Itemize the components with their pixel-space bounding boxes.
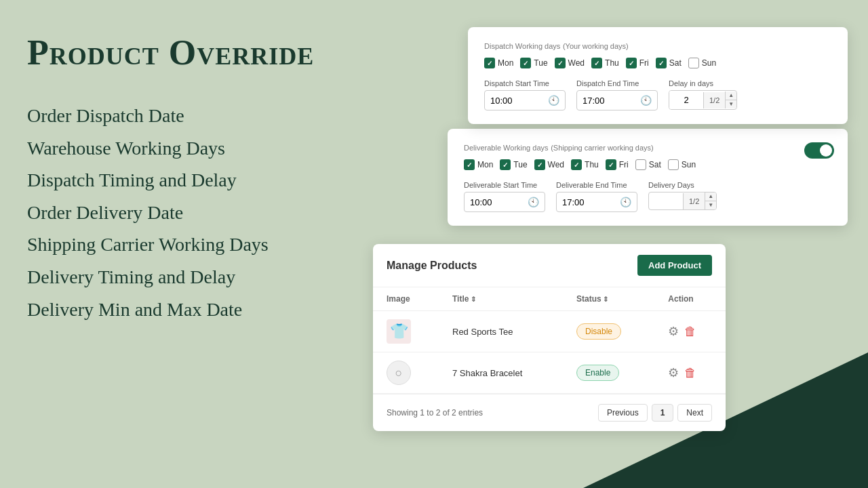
table-row: ○ 7 Shakra Bracelet Enable ⚙ 🗑 — [373, 352, 726, 394]
previous-button[interactable]: Previous — [598, 404, 648, 422]
dispatch-checkbox-wed[interactable]: ✓ — [555, 58, 566, 68]
deliverable-day-thu-label: Thu — [585, 160, 599, 169]
bracelet-icon: ○ — [395, 366, 403, 380]
dispatch-card: Dispatch Working days (Your working days… — [468, 27, 848, 124]
next-button[interactable]: Next — [677, 404, 712, 422]
col-status[interactable]: Status — [563, 287, 654, 311]
deliverable-day-wed-label: Wed — [548, 160, 564, 169]
dispatch-delay-fraction: 1/2 — [703, 92, 725, 108]
dispatch-checkbox-fri[interactable]: ✓ — [626, 58, 637, 68]
dispatch-checkbox-tue[interactable]: ✓ — [520, 58, 531, 68]
delay-up-arrow[interactable]: ▲ — [726, 92, 736, 100]
table-header-row: Image Title Status Action — [373, 287, 726, 311]
deliverable-start-time-field: Deliverable Start Time 10:00 🕙 — [464, 181, 545, 212]
dispatch-checkbox-thu[interactable]: ✓ — [591, 58, 602, 68]
product-status-badge-2[interactable]: Enable — [576, 365, 619, 381]
feature-list: Order Dispatch Date Warehouse Working Da… — [27, 100, 353, 325]
product-status-badge-1[interactable]: Disable — [576, 323, 621, 340]
deliverable-checkbox-fri[interactable]: ✓ — [606, 159, 616, 170]
dispatch-day-tue[interactable]: ✓ Tue — [520, 58, 547, 68]
deliverable-time-row: Deliverable Start Time 10:00 🕙 Deliverab… — [464, 181, 831, 212]
table-row: 👕 Red Sports Tee Disable ⚙ 🗑 — [373, 311, 726, 352]
products-table: Image Title Status Action 👕 Red Sports T… — [373, 287, 726, 394]
delay-down-arrow[interactable]: ▼ — [726, 100, 736, 108]
deliverable-checkbox-thu[interactable]: ✓ — [571, 159, 582, 170]
settings-icon-2[interactable]: ⚙ — [668, 365, 679, 380]
dispatch-day-thu[interactable]: ✓ Thu — [591, 58, 619, 68]
dispatch-day-tue-label: Tue — [534, 58, 547, 68]
dispatch-day-mon-label: Mon — [498, 58, 513, 68]
dispatch-days-row: ✓ Mon ✓ Tue ✓ Wed ✓ Thu ✓ Fri — [484, 58, 831, 68]
deliverable-card-label: Deliverable Working days (Shipping carri… — [464, 142, 831, 152]
dispatch-day-fri[interactable]: ✓ Fri — [626, 58, 649, 68]
dispatch-day-wed[interactable]: ✓ Wed — [555, 58, 585, 68]
deliverable-day-wed[interactable]: ✓ Wed — [534, 159, 564, 170]
pagination: Previous 1 Next — [598, 404, 712, 422]
deliverable-day-thu[interactable]: ✓ Thu — [571, 159, 599, 170]
add-product-button[interactable]: Add Product — [637, 255, 712, 276]
deliverable-checkbox-tue[interactable]: ✓ — [500, 159, 511, 170]
dispatch-day-wed-label: Wed — [568, 58, 585, 68]
dispatch-delay-input[interactable]: 2 1/2 ▲ ▼ — [669, 90, 737, 110]
product-image-1: 👕 — [387, 319, 411, 344]
deliverable-day-sat[interactable]: Sat — [635, 159, 661, 170]
deliverable-day-mon[interactable]: ✓ Mon — [464, 159, 493, 170]
feature-item-7: Delivery Min and Max Date — [27, 293, 353, 326]
dispatch-day-mon[interactable]: ✓ Mon — [484, 58, 513, 68]
col-image: Image — [373, 287, 439, 311]
dispatch-day-thu-label: Thu — [605, 58, 619, 68]
product-status-cell-1: Disable — [563, 311, 654, 352]
dispatch-end-time-input[interactable]: 17:00 🕙 — [576, 90, 658, 110]
product-title-cell-2: 7 Shakra Bracelet — [439, 352, 563, 394]
delete-icon-2[interactable]: 🗑 — [684, 366, 696, 380]
deliverable-start-time-label: Deliverable Start Time — [464, 181, 545, 189]
deliverable-day-sat-label: Sat — [649, 160, 661, 169]
product-action-cell-2: ⚙ 🗑 — [654, 352, 726, 394]
deliverable-day-sun[interactable]: Sun — [668, 159, 696, 170]
dispatch-checkbox-mon[interactable]: ✓ — [484, 58, 495, 68]
clock-icon-del-start: 🕙 — [528, 197, 539, 207]
product-actions-1: ⚙ 🗑 — [668, 324, 712, 339]
dispatch-start-time-value: 10:00 — [490, 96, 513, 106]
deliverable-day-fri[interactable]: ✓ Fri — [606, 159, 629, 170]
deliverable-toggle[interactable] — [804, 142, 834, 159]
dispatch-start-time-input[interactable]: 10:00 🕙 — [484, 90, 566, 110]
deliverable-day-sun-label: Sun — [682, 160, 696, 169]
dispatch-checkbox-sun[interactable] — [688, 58, 699, 68]
deliverable-end-time-input[interactable]: 17:00 🕙 — [556, 192, 637, 212]
clock-icon-start: 🕙 — [548, 95, 559, 106]
deliverable-checkbox-sun[interactable] — [668, 159, 679, 170]
showing-text: Showing 1 to 2 of 2 entries — [387, 408, 483, 418]
dispatch-end-time-value: 17:00 — [583, 96, 605, 106]
deliverable-card: Deliverable Working days (Shipping carri… — [448, 129, 848, 226]
dispatch-day-sun[interactable]: Sun — [688, 58, 716, 68]
settings-icon-1[interactable]: ⚙ — [668, 324, 679, 339]
dispatch-delay-field: Delay in days 2 1/2 ▲ ▼ — [669, 79, 737, 110]
tee-icon: 👕 — [390, 323, 408, 340]
delivery-days-fraction: 1/2 — [683, 193, 705, 209]
delivery-down-arrow[interactable]: ▼ — [705, 201, 716, 209]
clock-icon-del-end: 🕙 — [620, 197, 631, 207]
dispatch-checkbox-sat[interactable]: ✓ — [656, 58, 667, 68]
delivery-days-input[interactable]: 1/2 ▲ ▼ — [648, 192, 717, 210]
dispatch-end-time-label: Dispatch End Time — [576, 79, 658, 87]
product-title-1: Red Sports Tee — [452, 327, 513, 337]
dispatch-day-sat[interactable]: ✓ Sat — [656, 58, 682, 68]
deliverable-checkbox-mon[interactable]: ✓ — [464, 159, 475, 170]
current-page-button[interactable]: 1 — [652, 404, 674, 422]
delete-icon-1[interactable]: 🗑 — [684, 325, 696, 339]
delivery-days-arrows[interactable]: ▲ ▼ — [705, 192, 716, 209]
deliverable-day-mon-label: Mon — [477, 160, 493, 169]
deliverable-checkbox-wed[interactable]: ✓ — [534, 159, 545, 170]
dispatch-day-sun-label: Sun — [702, 58, 716, 68]
deliverable-day-tue[interactable]: ✓ Tue — [500, 159, 527, 170]
col-title[interactable]: Title — [439, 287, 563, 311]
dispatch-delay-arrows[interactable]: ▲ ▼ — [725, 92, 736, 108]
product-image-cell-2: ○ — [373, 352, 439, 394]
manage-products-title: Manage Products — [387, 260, 477, 272]
delivery-up-arrow[interactable]: ▲ — [705, 192, 716, 201]
deliverable-start-time-input[interactable]: 10:00 🕙 — [464, 192, 545, 212]
deliverable-day-tue-label: Tue — [513, 160, 527, 169]
toggle-knob — [820, 144, 832, 157]
deliverable-checkbox-sat[interactable] — [635, 159, 646, 170]
